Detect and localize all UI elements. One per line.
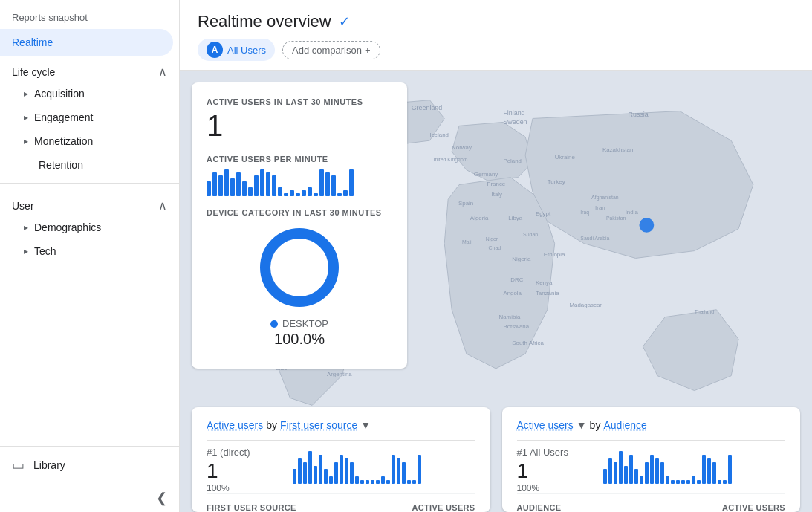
bar-segment xyxy=(324,469,328,484)
sidebar-item-realtime[interactable]: Realtime xyxy=(0,29,173,56)
bar-segment xyxy=(402,462,406,484)
bar-segment xyxy=(707,458,711,484)
bar-segment xyxy=(723,480,727,484)
bar-segment xyxy=(728,455,732,484)
bar-segment xyxy=(278,187,282,196)
device-name: DESKTOP xyxy=(282,318,328,329)
bottom-left-stat: #1 (direct) 1 100% xyxy=(207,447,281,493)
bar-segment xyxy=(298,458,302,484)
sidebar-divider-1 xyxy=(0,183,179,184)
user-section[interactable]: User ∧ xyxy=(0,189,179,216)
bottom-right-rank-source: #1 All Users xyxy=(517,447,591,458)
library-label: Library xyxy=(33,459,65,471)
collapse-icon: ❮ xyxy=(156,490,167,506)
lifecycle-section[interactable]: Life cycle ∧ xyxy=(0,56,179,82)
bar-segment xyxy=(331,175,336,196)
bottom-left-chart xyxy=(293,447,475,484)
bar-segment xyxy=(692,476,695,484)
bar-segment xyxy=(345,458,348,484)
bottom-left-title: Active users by First user source ▼ xyxy=(207,419,475,441)
demographics-label: Demographics xyxy=(34,221,101,233)
sidebar-item-engagement[interactable]: ▸ Engagement xyxy=(0,106,173,129)
bar-segment xyxy=(293,469,296,484)
bar-segment xyxy=(629,455,633,484)
bar-segment xyxy=(207,181,211,196)
content-area: Greenland Finland Sweden Russia Iceland … xyxy=(180,71,812,512)
sidebar: Reports snapshot Realtime Life cycle ∧ ▸… xyxy=(0,0,180,512)
bar-segment xyxy=(334,462,338,484)
bottom-left-by: by xyxy=(266,419,277,431)
lifecycle-label: Life cycle xyxy=(12,66,55,78)
sidebar-item-monetization[interactable]: ▸ Monetization xyxy=(0,129,173,153)
bar-segment xyxy=(329,476,333,484)
desktop-legend: DESKTOP xyxy=(270,318,328,329)
bottom-right-col1: AUDIENCE xyxy=(517,503,562,512)
acquisition-label: Acquisition xyxy=(34,88,85,100)
bottom-right-sub[interactable]: Audience xyxy=(603,419,646,431)
desktop-dot xyxy=(270,320,278,328)
sidebar-item-retention[interactable]: Retention xyxy=(0,153,173,177)
sidebar-header: Reports snapshot xyxy=(0,0,179,29)
bottom-right-dropdown1[interactable]: ▼ xyxy=(576,419,587,431)
sidebar-item-acquisition[interactable]: ▸ Acquisition xyxy=(0,82,173,106)
bottom-left-sub[interactable]: First user source xyxy=(280,419,357,431)
bottom-left-pct: 100% xyxy=(207,483,281,493)
bottom-left-dropdown[interactable]: ▼ xyxy=(360,419,371,431)
bar-segment xyxy=(325,172,330,196)
bar-segment xyxy=(314,466,317,484)
engagement-label: Engagement xyxy=(34,111,93,123)
bar-segment xyxy=(319,169,324,196)
map-area: Greenland Finland Sweden Russia Iceland … xyxy=(180,71,812,512)
page-title-text: Realtime overview xyxy=(198,12,331,31)
user-label: User xyxy=(12,200,34,212)
bottom-right-stat: #1 All Users 1 100% xyxy=(517,447,591,493)
bar-segment xyxy=(614,462,617,484)
bottom-right-title: Active users ▼ by Audience xyxy=(517,419,786,441)
bar-segment xyxy=(619,451,623,484)
collapse-button[interactable]: ❮ xyxy=(0,484,179,512)
engagement-arrow: ▸ xyxy=(24,112,28,123)
bar-segment xyxy=(296,193,300,196)
bar-segment xyxy=(376,480,380,484)
bar-segment xyxy=(386,480,390,484)
bar-segment xyxy=(212,172,217,196)
bar-segment xyxy=(608,458,612,484)
sidebar-item-demographics[interactable]: ▸ Demographics xyxy=(0,216,173,239)
add-comparison-text: Add comparison xyxy=(292,45,362,56)
bar-segment xyxy=(349,169,354,196)
realtime-label: Realtime xyxy=(12,36,53,48)
verified-icon: ✓ xyxy=(339,13,350,30)
bottom-right-pct: 100% xyxy=(517,483,591,493)
bar-segment xyxy=(308,187,312,196)
bar-segment xyxy=(603,469,607,484)
bar-segment xyxy=(343,190,348,196)
bar-segment xyxy=(272,175,276,196)
per-minute-bar-chart xyxy=(207,166,392,196)
library-item[interactable]: ▭ Library xyxy=(0,447,179,484)
demographics-arrow: ▸ xyxy=(24,222,28,233)
bar-segment xyxy=(303,462,307,484)
bar-segment xyxy=(236,172,241,196)
monetization-arrow: ▸ xyxy=(24,136,28,146)
bottom-right-count: 1 xyxy=(517,459,591,483)
bar-segment xyxy=(634,469,638,484)
add-comparison-button[interactable]: Add comparison + xyxy=(282,41,380,59)
bottom-left-count: 1 xyxy=(207,459,281,483)
bar-segment xyxy=(650,455,654,484)
device-label: DEVICE CATEGORY IN LAST 30 MINUTES xyxy=(207,208,392,217)
per-minute-label: ACTIVE USERS PER MINUTE xyxy=(207,155,392,163)
bottom-right-chart xyxy=(603,447,786,484)
bottom-left-link[interactable]: Active users xyxy=(207,419,263,431)
all-users-chip[interactable]: A All Users xyxy=(198,39,275,61)
bottom-right-link[interactable]: Active users xyxy=(517,419,574,431)
sidebar-item-tech[interactable]: ▸ Tech xyxy=(0,239,173,263)
user-chevron: ∧ xyxy=(158,198,167,213)
bar-segment xyxy=(337,193,342,196)
bottom-left-source: (direct) xyxy=(220,447,250,458)
bar-segment xyxy=(248,187,253,196)
bar-segment xyxy=(660,462,664,484)
monetization-label: Monetization xyxy=(34,135,93,147)
bar-segment xyxy=(254,175,259,196)
library-icon: ▭ xyxy=(12,457,25,473)
bar-segment xyxy=(350,462,354,484)
